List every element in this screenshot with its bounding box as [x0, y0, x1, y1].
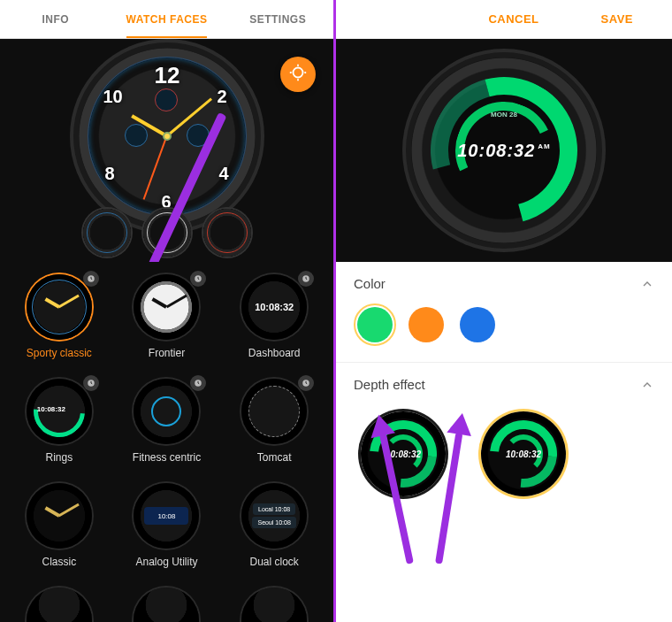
variant-red[interactable] [203, 209, 251, 257]
face-dash[interactable]: 10:08:32Dashboard [222, 274, 326, 359]
face-thumb [27, 587, 92, 622]
face-more[interactable] [222, 587, 326, 622]
face-label: Sporty classic [27, 347, 92, 359]
face-thumb [134, 587, 199, 622]
face-thumb: 10:08:32 [27, 379, 92, 444]
variant-blue[interactable] [83, 209, 131, 257]
preview-ampm: AM [538, 142, 550, 150]
face-label: Frontier [149, 347, 185, 359]
face-class[interactable]: Classic [7, 483, 111, 568]
color-swatches [354, 303, 654, 355]
watch-face-list[interactable]: Sporty classicFrontier10:08:32Dashboard1… [0, 262, 333, 622]
color-swatch-blue[interactable] [460, 307, 495, 342]
face-thumb [134, 379, 199, 444]
numeral-12: 12 [155, 62, 180, 89]
digital-watch-face: MON 28 10:08:32 AM [411, 58, 597, 243]
watch-preview-face: 12 2 4 6 8 10 [79, 48, 256, 225]
face-more[interactable] [115, 587, 219, 622]
depth-option-2[interactable]: 10:08:32 [481, 411, 566, 496]
subdial-left [125, 124, 148, 147]
face-anut[interactable]: 10:08Analog Utility [115, 483, 219, 568]
face-frontier[interactable]: Frontier [115, 274, 219, 359]
face-thumb [27, 483, 92, 549]
depth-section-title: Depth effect [354, 377, 425, 392]
save-button[interactable]: SAVE [601, 12, 633, 26]
svg-point-0 [294, 68, 303, 78]
face-tom[interactable]: Tomcat [222, 379, 326, 464]
watch-preview: 12 2 4 6 8 10 [0, 39, 333, 262]
clock-icon [83, 271, 99, 287]
face-thumb [241, 587, 307, 622]
face-rings[interactable]: 10:08:32Rings [7, 379, 111, 464]
cancel-button[interactable]: CANCEL [488, 12, 538, 26]
color-section: Color [336, 262, 672, 363]
center-cap [163, 132, 172, 141]
chevron-up-icon[interactable] [640, 277, 654, 291]
face-thumb [134, 274, 199, 340]
numeral-8: 8 [105, 164, 115, 184]
watch-faces-panel: INFO WATCH FACES SETTINGS 12 2 4 6 8 10 [0, 0, 336, 622]
tab-settings[interactable]: SETTINGS [222, 0, 333, 38]
tab-info[interactable]: INFO [0, 0, 111, 38]
clock-icon [298, 271, 314, 287]
color-swatch-green[interactable] [357, 307, 393, 342]
depth-time: 10:08:32 [506, 449, 541, 459]
face-thumb: 10:08:32 [241, 274, 307, 340]
face-dual[interactable]: Local 10:08Seoul 10:08Dual clock [222, 483, 326, 568]
numeral-2: 2 [217, 87, 226, 107]
watch-settings-icon [288, 63, 308, 86]
clock-icon [298, 375, 314, 391]
face-thumb [27, 274, 92, 340]
color-section-title: Color [354, 276, 386, 291]
action-bar: CANCEL SAVE [336, 0, 672, 39]
clock-icon [190, 271, 206, 287]
tab-watch-faces[interactable]: WATCH FACES [111, 0, 223, 38]
subdial-top [155, 88, 178, 111]
clock-icon [190, 375, 206, 391]
preview-time: 10:08:32 AM [457, 141, 551, 161]
face-label: Fitness centric [133, 451, 201, 464]
face-thumb: Local 10:08Seoul 10:08 [241, 483, 307, 549]
face-thumb [241, 379, 307, 444]
face-thumb: 10:08 [134, 483, 199, 549]
customize-fab[interactable] [280, 57, 316, 92]
chevron-up-icon[interactable] [640, 378, 654, 392]
color-swatch-orange[interactable] [409, 307, 444, 342]
customize-panel: CANCEL SAVE MON 28 10:08:32 AM Color Dep [336, 0, 672, 622]
face-more[interactable] [7, 587, 111, 622]
preview-date: MON 28 [491, 111, 517, 119]
face-sporty[interactable]: Sporty classic [7, 274, 111, 359]
numeral-4: 4 [218, 164, 228, 184]
face-label: Classic [42, 556, 76, 568]
clock-icon [83, 375, 99, 391]
customize-preview: MON 28 10:08:32 AM [336, 39, 672, 262]
top-tabs: INFO WATCH FACES SETTINGS [0, 0, 333, 39]
face-label: Analog Utility [135, 556, 197, 568]
face-label: Dual clock [249, 556, 298, 568]
face-fit[interactable]: Fitness centric [115, 379, 219, 464]
face-label: Dashboard [248, 347, 301, 359]
face-label: Rings [45, 451, 73, 464]
numeral-10: 10 [103, 87, 123, 107]
face-label: Tomcat [257, 451, 292, 464]
